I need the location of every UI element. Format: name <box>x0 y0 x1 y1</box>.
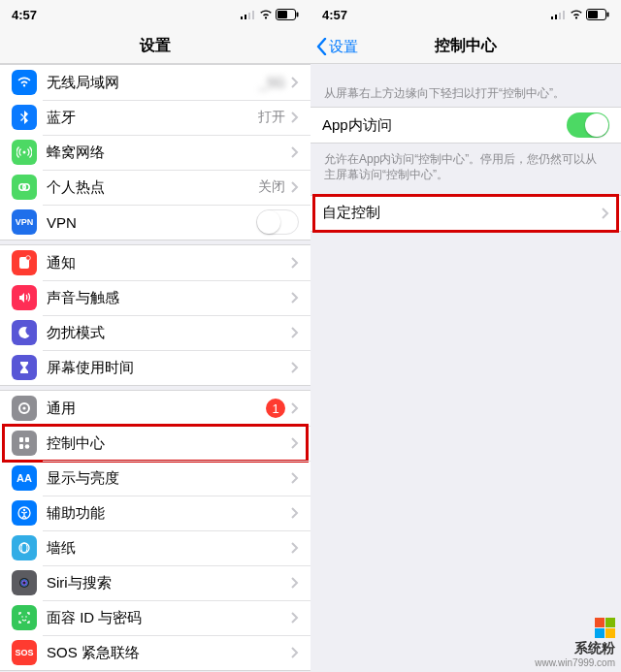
sounds-icon <box>12 285 37 310</box>
svg-point-25 <box>25 616 27 618</box>
row-label: App内访问 <box>322 116 392 135</box>
svg-rect-15 <box>25 437 29 442</box>
display-icon: AA <box>12 465 37 491</box>
row-inapp-access[interactable]: App内访问 <box>310 108 621 143</box>
row-customize-controls[interactable]: 自定控制 <box>310 196 621 231</box>
svg-rect-28 <box>559 13 561 19</box>
row-label: 面容 ID 与密码 <box>47 609 142 627</box>
svg-rect-0 <box>241 16 243 19</box>
group-inapp: App内访问 <box>310 107 621 144</box>
sos-icon: SOS <box>12 640 37 665</box>
status-indicators <box>241 9 299 20</box>
control-center-icon <box>12 431 37 456</box>
wallpaper-icon <box>12 535 37 560</box>
row-label: 个人热点 <box>47 178 105 197</box>
row-general[interactable]: 通用 1 <box>0 391 310 426</box>
row-cellular[interactable]: 蜂窝网络 <box>0 135 310 170</box>
row-screentime[interactable]: 屏幕使用时间 <box>0 350 310 385</box>
row-siri[interactable]: Siri与搜索 <box>0 565 310 600</box>
row-faceid[interactable]: 面容 ID 与密码 <box>0 600 310 635</box>
svg-point-17 <box>25 444 30 449</box>
nav-bar: 设置 控制中心 <box>310 29 621 64</box>
vpn-icon: VPN <box>12 209 37 235</box>
row-label: 勿扰模式 <box>47 324 105 342</box>
svg-point-7 <box>23 151 26 154</box>
row-bluetooth[interactable]: 蓝牙 打开 <box>0 100 310 135</box>
inapp-description: 允许在App内访问“控制中心”。停用后，您仍然可以从主屏幕访问“控制中心”。 <box>310 147 621 188</box>
row-label: 显示与亮度 <box>47 469 119 488</box>
watermark-brand: 系统粉 <box>535 640 615 657</box>
row-label: 蓝牙 <box>47 109 76 127</box>
row-display[interactable]: AA 显示与亮度 <box>0 461 310 496</box>
chevron-right-icon <box>602 208 609 219</box>
status-indicators <box>551 9 609 20</box>
vpn-toggle[interactable] <box>256 209 299 235</box>
battery-icon <box>276 9 299 20</box>
chevron-right-icon <box>291 507 299 519</box>
row-accessibility[interactable]: 辅助功能 <box>0 496 310 530</box>
svg-rect-27 <box>555 15 557 19</box>
row-label: 屏幕使用时间 <box>47 359 134 377</box>
back-button[interactable]: 设置 <box>316 29 358 64</box>
signal-icon <box>551 10 567 19</box>
row-hotspot[interactable]: 个人热点 关闭 <box>0 170 310 205</box>
watermark: 系统粉 www.win7999.com <box>535 614 615 668</box>
battery-icon <box>586 9 609 20</box>
row-label: Siri与搜索 <box>47 574 112 592</box>
chevron-left-icon <box>316 38 327 55</box>
row-label: SOS 紧急联络 <box>47 644 140 662</box>
notifications-icon <box>12 250 37 275</box>
row-label: 通用 <box>47 400 76 418</box>
chevron-right-icon <box>291 647 299 658</box>
chevron-right-icon <box>291 146 299 158</box>
row-wallpaper[interactable]: 墙纸 <box>0 530 310 565</box>
group-custom: 自定控制 <box>310 195 621 232</box>
signal-icon <box>241 10 256 19</box>
svg-rect-32 <box>607 13 609 17</box>
svg-rect-31 <box>588 11 598 18</box>
status-time: 4:57 <box>12 8 37 22</box>
chevron-right-icon <box>291 542 299 554</box>
row-label: 通知 <box>47 254 76 272</box>
back-label: 设置 <box>329 38 358 56</box>
row-value: _5G <box>260 75 285 90</box>
chevron-right-icon <box>291 437 299 449</box>
svg-rect-1 <box>245 15 246 19</box>
svg-rect-2 <box>248 13 250 19</box>
status-bar: 4:57 <box>310 0 621 29</box>
row-label: 声音与触感 <box>47 289 119 307</box>
accessibility-icon <box>12 500 37 526</box>
row-notifications[interactable]: 通知 <box>0 245 310 280</box>
hourglass-icon <box>12 355 37 380</box>
row-value: 关闭 <box>258 178 285 196</box>
row-label: 蜂窝网络 <box>47 144 105 162</box>
svg-rect-14 <box>19 437 23 442</box>
wifi-icon <box>570 10 583 19</box>
chevron-right-icon <box>291 327 299 338</box>
chevron-right-icon <box>291 181 299 193</box>
svg-point-11 <box>26 256 31 261</box>
row-label: 自定控制 <box>322 204 380 222</box>
siri-icon <box>12 570 37 595</box>
chevron-right-icon <box>291 472 299 484</box>
row-wifi[interactable]: 无线局域网 _5G <box>0 65 310 100</box>
chevron-right-icon <box>291 362 299 373</box>
bluetooth-icon <box>12 105 37 130</box>
chevron-right-icon <box>291 612 299 624</box>
svg-point-19 <box>23 509 25 511</box>
row-sounds[interactable]: 声音与触感 <box>0 280 310 315</box>
inapp-toggle[interactable] <box>567 112 609 138</box>
row-dnd[interactable]: 勿扰模式 <box>0 315 310 350</box>
row-sos[interactable]: SOS SOS 紧急联络 <box>0 635 310 670</box>
chevron-right-icon <box>291 77 299 88</box>
nav-bar: 设置 <box>0 29 310 64</box>
svg-rect-3 <box>252 11 254 19</box>
chevron-right-icon <box>291 577 299 589</box>
row-vpn[interactable]: VPN VPN <box>0 205 310 240</box>
settings-group-general: 通用 1 控制中心 AA 显示与亮度 辅助功能 <box>0 390 310 671</box>
svg-rect-5 <box>278 11 287 18</box>
row-control-center[interactable]: 控制中心 <box>0 426 310 461</box>
watermark-url: www.win7999.com <box>535 657 615 668</box>
status-bar: 4:57 <box>0 0 310 29</box>
chevron-right-icon <box>291 112 299 123</box>
